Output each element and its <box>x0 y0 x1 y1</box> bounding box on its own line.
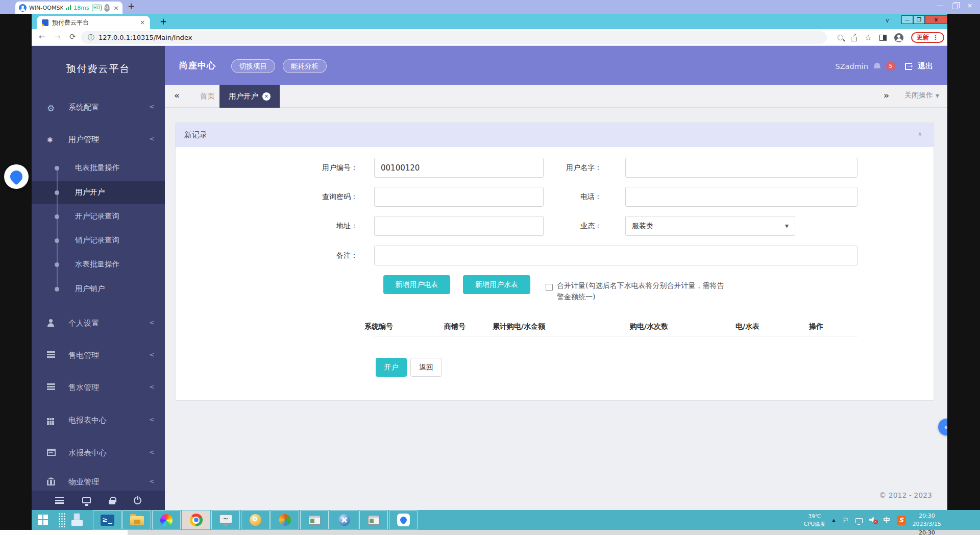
browser-minimize-button[interactable]: — <box>901 15 913 24</box>
caret-down-icon: ▾ <box>936 91 939 100</box>
logout-button[interactable]: 退出 <box>918 61 933 71</box>
split-screen-icon[interactable] <box>879 35 887 41</box>
window-app-icon <box>368 515 380 525</box>
sidebar-subitem-meter-batch[interactable]: 电表批量操作 <box>32 162 165 174</box>
remark-input[interactable] <box>374 246 857 265</box>
bookmark-star-icon[interactable]: ☆ <box>865 34 872 42</box>
taskbar-window-app-1[interactable] <box>300 510 329 529</box>
browser-tab-close-icon[interactable]: × <box>140 19 145 26</box>
monitor-icon[interactable] <box>82 497 91 503</box>
chevron-left-icon: < <box>149 416 155 423</box>
taskbar-window-app-2[interactable] <box>359 510 388 529</box>
chevron-left-icon: < <box>149 477 155 485</box>
sidebar-subitem-user-open-account[interactable]: 用户开户 <box>32 186 165 199</box>
more-menu-icon[interactable]: ⋮ <box>933 34 939 41</box>
taskbar-gold-gear-app[interactable] <box>241 510 270 529</box>
sidebar-item-water-reports[interactable]: 水报表中心 < <box>32 447 165 460</box>
reload-button[interactable]: ⟳ <box>69 32 76 41</box>
taskbar-powershell[interactable] <box>93 510 121 529</box>
browser-new-tab-button[interactable]: + <box>160 16 167 27</box>
tab-scroll-right-icon[interactable]: » <box>884 90 889 101</box>
close-operations-dropdown[interactable]: 关闭操作 ▾ <box>904 91 939 100</box>
sidebar-subitem-close-record-query[interactable]: 销户记录查询 <box>32 234 165 247</box>
sidebar-subitem-user-close-account[interactable]: 用户销户 <box>32 283 165 295</box>
taskbar-meter-monitor-app[interactable] <box>211 510 240 529</box>
sidebar-subitem-water-meter-batch[interactable]: 水表批量操作 <box>32 258 165 271</box>
taskbar-file-explorer[interactable] <box>122 510 151 529</box>
tab-scroll-left-icon[interactable]: « <box>174 90 180 101</box>
merge-checkbox[interactable] <box>546 284 553 291</box>
query-password-input[interactable] <box>374 187 544 207</box>
tab-user-open-account[interactable]: 用户开户 × <box>219 85 280 108</box>
address-bar[interactable]: ⓘ 127.0.0.1:10315/Main/Index <box>81 31 827 44</box>
window-close-button[interactable]: × <box>966 2 974 9</box>
taskbar-chrome-active[interactable] <box>182 510 210 529</box>
profile-avatar-icon[interactable] <box>894 33 903 42</box>
phone-input[interactable] <box>625 187 857 207</box>
business-type-select[interactable]: 服装类 ▾ <box>625 216 795 236</box>
remote-new-tab-button[interactable]: + <box>128 1 135 11</box>
browser-tabstrip: 预付费云平台 × + ∨ — ❐ x <box>32 14 947 29</box>
add-electric-meter-button[interactable]: 新增用户电表 <box>383 275 450 294</box>
switch-project-button[interactable]: 切换项目 <box>231 59 275 73</box>
remote-tab-close-icon[interactable]: × <box>113 4 119 12</box>
cpu-temp-widget[interactable]: 39℃ CPU温度 <box>804 513 825 527</box>
muted-speaker-icon[interactable] <box>869 517 877 523</box>
table-header-system-no: 系统编号 <box>364 322 393 331</box>
open-account-submit-button[interactable]: 开户 <box>376 358 407 377</box>
back-button[interactable]: ← <box>39 32 45 41</box>
host-taskbar-left <box>0 530 128 535</box>
sidebar-item-user-management[interactable]: 用户管理 < <box>32 133 165 147</box>
user-name-input[interactable] <box>625 158 857 178</box>
dots-grid-icon[interactable] <box>58 513 66 527</box>
browser-menu-chevron-icon[interactable]: ∨ <box>885 17 890 24</box>
ime-indicator[interactable]: 中 <box>884 516 890 525</box>
taskbar-tools-orb-app[interactable] <box>330 510 358 529</box>
action-center-flag-icon[interactable]: ⚐ <box>842 516 849 524</box>
sidebar-item-property-management[interactable]: 物业管理 < <box>32 476 165 489</box>
show-hidden-icons[interactable]: ▲ <box>832 518 836 523</box>
browser-tab[interactable]: 预付费云平台 × <box>37 16 150 29</box>
zoom-icon[interactable] <box>838 35 843 40</box>
browser-close-button[interactable]: x <box>925 15 947 24</box>
energy-analysis-button[interactable]: 能耗分析 <box>283 59 327 73</box>
computer-toolbox-icon[interactable] <box>74 513 80 524</box>
todesk-floating-ball[interactable] <box>4 164 29 189</box>
add-water-meter-button[interactable]: 新增用户水表 <box>463 275 530 294</box>
sidebar-subitem-open-record-query[interactable]: 开户记录查询 <box>32 210 165 223</box>
chevron-left-icon: < <box>149 103 155 110</box>
taskbar-swirl-app[interactable] <box>152 510 181 529</box>
window-restore-button[interactable] <box>952 4 958 9</box>
taskbar-abstract-app[interactable] <box>271 510 299 529</box>
sogou-icon[interactable]: S <box>897 516 906 525</box>
forward-button[interactable]: → <box>54 32 61 41</box>
edge-collapse-fab[interactable]: « <box>938 419 947 435</box>
sidebar-item-electric-reports[interactable]: 电报表中心 < <box>32 414 165 427</box>
collapse-chevron-icon[interactable]: ∧ <box>917 130 922 138</box>
sidebar-item-water-sales[interactable]: 售水管理 < <box>32 381 165 395</box>
taskbar-clock[interactable]: 20:30 2023/3/15 <box>913 512 941 528</box>
remote-session-tab[interactable]: WIN-OQMSK21... 18ms HD RU × <box>15 2 122 14</box>
taskbar-todesk[interactable] <box>389 510 418 529</box>
username[interactable]: SZadmin <box>835 62 868 70</box>
tab-close-icon[interactable]: × <box>262 92 271 101</box>
lock-icon[interactable] <box>109 500 115 504</box>
network-icon[interactable] <box>855 518 863 523</box>
hamburger-menu-icon[interactable] <box>55 497 64 504</box>
site-info-icon[interactable]: ⓘ <box>88 33 94 42</box>
update-button[interactable]: 更新 ⋮ <box>911 32 944 43</box>
share-icon[interactable] <box>851 37 857 41</box>
address-input[interactable] <box>374 216 544 236</box>
notification-badge[interactable]: 5 <box>886 62 895 70</box>
sidebar-item-personal-settings[interactable]: 个人设置 < <box>32 317 165 330</box>
browser-restore-button[interactable]: ❐ <box>913 15 925 24</box>
sidebar-item-electric-sales[interactable]: 售电管理 < <box>32 349 165 362</box>
user-no-input[interactable] <box>374 158 544 178</box>
bell-icon[interactable] <box>874 63 880 69</box>
power-icon[interactable] <box>134 497 141 504</box>
window-minimize-button[interactable]: — <box>936 2 944 9</box>
sidebar-item-system-config[interactable]: 系统配置 < <box>32 101 165 114</box>
return-button[interactable]: 返回 <box>410 358 442 377</box>
start-button[interactable] <box>38 515 42 519</box>
bullet-icon <box>55 262 59 267</box>
